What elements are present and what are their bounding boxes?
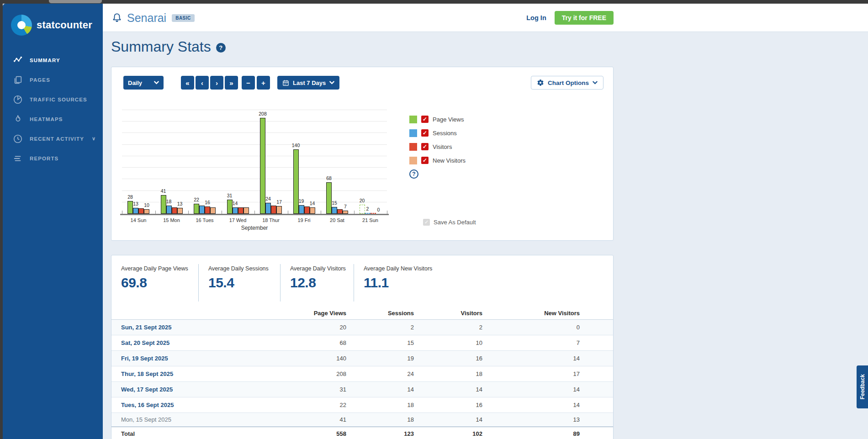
sidebar-item-pages[interactable]: PAGES	[3, 70, 103, 90]
bar-value-label: 208	[255, 111, 270, 116]
x-axis-label: 18 Thur	[254, 217, 287, 223]
average-card-average-daily-sessions: Average Daily Sessions15.4	[198, 264, 280, 301]
date-link: Mon, 15 Sept 2025	[111, 416, 249, 423]
granularity-value: Daily	[128, 79, 142, 86]
nav-last-button[interactable]: »	[225, 76, 238, 90]
try-free-button[interactable]: Try it for FREE	[555, 11, 614, 25]
legend-label: New Visitors	[433, 157, 466, 164]
x-axis-title: September	[122, 225, 387, 231]
cell-value: 208	[249, 370, 346, 377]
save-as-default-label: Save As Default	[434, 219, 476, 226]
cell-value: 16	[414, 355, 482, 362]
sidebar-item-label: RECENT ACTIVITY	[30, 136, 84, 142]
cell-value: 31	[249, 386, 346, 393]
gridline	[122, 167, 387, 168]
date-link[interactable]: Tues, 16 Sept 2025	[111, 402, 249, 408]
total-value: 123	[346, 430, 414, 437]
stats-panel: Average Daily Page Views69.8Average Dail…	[111, 255, 614, 439]
bar-visitors-21-sun	[370, 213, 376, 214]
bar-new-visitors-14-sun	[144, 209, 149, 214]
bar-value-label: 31	[222, 193, 237, 198]
granularity-dropdown[interactable]: Daily	[123, 76, 164, 90]
project-name[interactable]: Senarai	[127, 11, 166, 25]
browser-tab-remnant	[49, 0, 102, 3]
cell-value: 18	[414, 370, 482, 377]
x-axis-label: 20 Sat	[321, 217, 354, 223]
feedback-tab[interactable]: Feedback	[857, 365, 868, 408]
legend-checkbox-page-views[interactable]: ✓	[421, 116, 429, 123]
sidebar-item-recent-activity[interactable]: RECENT ACTIVITY∨	[3, 129, 103, 148]
bar-page-views-20-sat	[326, 182, 332, 214]
bar-sessions-14-sun	[133, 208, 138, 214]
cell-value: 7	[482, 339, 580, 346]
chart-legend: ✓Page Views✓Sessions✓Visitors✓New Visito…	[409, 115, 466, 179]
x-axis-label: 21 Sun	[354, 217, 387, 223]
x-axis-tick	[188, 211, 189, 214]
x-axis-label: 19 Fri	[288, 217, 321, 223]
cell-value: 2	[346, 324, 414, 331]
date-range-dropdown[interactable]: Last 7 Days	[277, 76, 339, 90]
bar-sessions-17-wed	[233, 207, 238, 214]
nav-first-button[interactable]: «	[181, 76, 194, 90]
cell-value: 10	[414, 339, 482, 346]
total-value: 89	[482, 430, 580, 437]
legend-item-new-visitors: ✓New Visitors	[409, 156, 466, 165]
total-label: Total	[111, 430, 249, 437]
plan-badge: BASIC	[172, 14, 195, 22]
zoom-out-button[interactable]: −	[242, 76, 255, 90]
bar-visitors-14-sun	[138, 208, 144, 214]
calendar-icon	[282, 79, 289, 86]
legend-checkbox-visitors[interactable]: ✓	[421, 143, 429, 150]
bar-page-views-15-mon	[161, 195, 166, 214]
bar-value-label: 13	[173, 201, 187, 206]
title-help-icon[interactable]: ?	[216, 43, 226, 53]
table-row-wed-17-sept-2025: Wed, 17 Sept 202531141414	[111, 382, 613, 397]
bar-new-visitors-17-wed	[243, 207, 249, 214]
x-axis-label: 17 Wed	[222, 217, 254, 223]
averages-strip: Average Daily Page Views69.8Average Dail…	[111, 264, 613, 301]
date-link[interactable]: Wed, 17 Sept 2025	[111, 386, 249, 393]
brand: statcounter	[3, 4, 103, 36]
date-link[interactable]: Sun, 21 Sept 2025	[111, 324, 249, 331]
window-frame-left	[0, 0, 3, 439]
sidebar-item-label: SUMMARY	[30, 58, 60, 63]
bar-value-label: 20	[355, 198, 370, 203]
zoom-in-button[interactable]: +	[257, 76, 270, 90]
chart-help-icon[interactable]: ?	[409, 169, 418, 179]
cell-value: 68	[249, 339, 346, 346]
table-row-tues-16-sept-2025: Tues, 16 Sept 202522181614	[111, 397, 613, 413]
bar-new-visitors-15-mon	[177, 208, 183, 214]
gridline	[122, 179, 387, 179]
average-label: Average Daily New Visitors	[364, 265, 482, 272]
bell-icon[interactable]	[111, 12, 123, 24]
cell-value: 0	[482, 324, 580, 331]
legend-checkbox-new-visitors[interactable]: ✓	[421, 157, 429, 164]
bar-sessions-21-sun	[365, 213, 370, 214]
sidebar-item-summary[interactable]: SUMMARY	[3, 50, 103, 70]
bar-new-visitors-19-fri	[310, 207, 315, 214]
log-in-link[interactable]: Log In	[526, 14, 546, 21]
bar-new-visitors-18-thur	[276, 206, 282, 214]
reports-icon	[13, 153, 23, 164]
date-link[interactable]: Thur, 18 Sept 2025	[111, 370, 249, 377]
sidebar-item-traffic-sources[interactable]: TRAFFIC SOURCES	[3, 90, 103, 109]
nav-prev-button[interactable]: ‹	[196, 76, 209, 90]
legend-checkbox-sessions[interactable]: ✓	[421, 129, 429, 137]
average-value: 69.8	[121, 275, 198, 291]
nav-next-button[interactable]: ›	[210, 76, 223, 90]
chart-options-button[interactable]: Chart Options	[531, 76, 603, 90]
traffic-icon	[13, 95, 23, 105]
cell-value: 16	[414, 402, 482, 408]
date-link[interactable]: Sat, 20 Sept 2025	[111, 339, 249, 346]
window-frame-top	[0, 0, 868, 4]
save-as-default-checkbox[interactable]: ✓	[423, 219, 430, 226]
bar-chart: 28131014 Sun41181315 Mon221616 Tues31141…	[122, 110, 387, 214]
sidebar-nav: SUMMARYPAGESTRAFFIC SOURCESHEATMAPSRECEN…	[3, 50, 103, 168]
x-axis-label: 14 Sun	[122, 217, 155, 223]
bar-value-label: 10	[139, 202, 154, 208]
sidebar-item-reports[interactable]: REPORTS	[3, 148, 103, 168]
sidebar-item-heatmaps[interactable]: HEATMAPS	[3, 109, 103, 129]
average-card-average-daily-page-views: Average Daily Page Views69.8	[111, 264, 198, 301]
bar-visitors-15-mon	[172, 207, 177, 214]
date-link[interactable]: Fri, 19 Sept 2025	[111, 355, 249, 362]
